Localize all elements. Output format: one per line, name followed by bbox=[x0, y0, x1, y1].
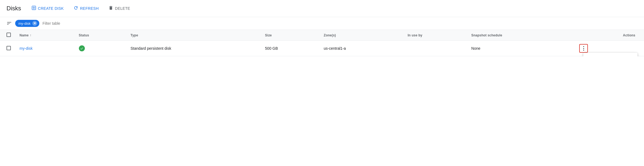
header-type: Type bbox=[126, 30, 261, 41]
row-snapshot-schedule: None bbox=[467, 41, 575, 56]
select-all-checkbox[interactable] bbox=[7, 33, 11, 37]
create-disk-icon bbox=[31, 5, 36, 11]
table-row: my-disk Standard persistent disk 500 GB … bbox=[0, 41, 644, 56]
row-checkbox-cell bbox=[0, 41, 15, 56]
filter-menu-icon[interactable] bbox=[7, 21, 12, 26]
create-disk-label: CREATE DISK bbox=[38, 6, 64, 11]
delete-toolbar-icon bbox=[108, 5, 113, 11]
row-size: 500 GB bbox=[261, 41, 320, 56]
table-container: Name ↑ Status Type Size Zone(s) In use b… bbox=[0, 30, 644, 56]
delete-label: DELETE bbox=[115, 6, 130, 11]
page-title: Disks bbox=[7, 5, 21, 12]
actions-dropdown: Create instance Create snapshot bbox=[583, 53, 637, 56]
header-status: Status bbox=[75, 30, 126, 41]
header-name: Name ↑ bbox=[15, 30, 75, 41]
table-header-row: Name ↑ Status Type Size Zone(s) In use b… bbox=[0, 30, 644, 41]
row-zones: us-central1-a bbox=[319, 41, 403, 56]
header-size: Size bbox=[261, 30, 320, 41]
filter-chip-close[interactable]: ✕ bbox=[32, 21, 37, 26]
filter-input[interactable] bbox=[43, 21, 637, 26]
row-name: my-disk bbox=[15, 41, 75, 56]
header-in-use-by: In use by bbox=[403, 30, 467, 41]
disks-table: Name ↑ Status Type Size Zone(s) In use b… bbox=[0, 30, 644, 56]
header-snapshot-schedule: Snapshot schedule bbox=[467, 30, 575, 41]
create-instance-item[interactable]: Create instance bbox=[583, 54, 637, 56]
header-zones: Zone(s) bbox=[319, 30, 403, 41]
status-ok-icon bbox=[79, 45, 85, 51]
filter-row: my-disk ✕ bbox=[0, 17, 644, 30]
refresh-label: REFRESH bbox=[80, 6, 99, 11]
refresh-icon bbox=[73, 5, 78, 11]
filter-chip: my-disk ✕ bbox=[15, 20, 39, 27]
header-actions: Actions bbox=[575, 30, 644, 41]
row-in-use-by bbox=[403, 41, 467, 56]
row-actions-cell: ⋮ Create instance bbox=[575, 41, 644, 56]
row-checkbox[interactable] bbox=[7, 46, 11, 50]
header-checkbox-cell bbox=[0, 30, 15, 41]
row-actions-button[interactable]: ⋮ bbox=[579, 44, 588, 53]
filter-chip-label: my-disk bbox=[18, 21, 31, 26]
refresh-button[interactable]: REFRESH bbox=[70, 3, 102, 14]
row-status bbox=[75, 41, 126, 56]
delete-button[interactable]: DELETE bbox=[105, 3, 134, 14]
row-type: Standard persistent disk bbox=[126, 41, 261, 56]
toolbar: Disks CREATE DISK REFRESH DELETE bbox=[0, 0, 644, 17]
create-disk-button[interactable]: CREATE DISK bbox=[28, 3, 67, 14]
name-sort-icon[interactable]: ↑ bbox=[30, 33, 31, 37]
